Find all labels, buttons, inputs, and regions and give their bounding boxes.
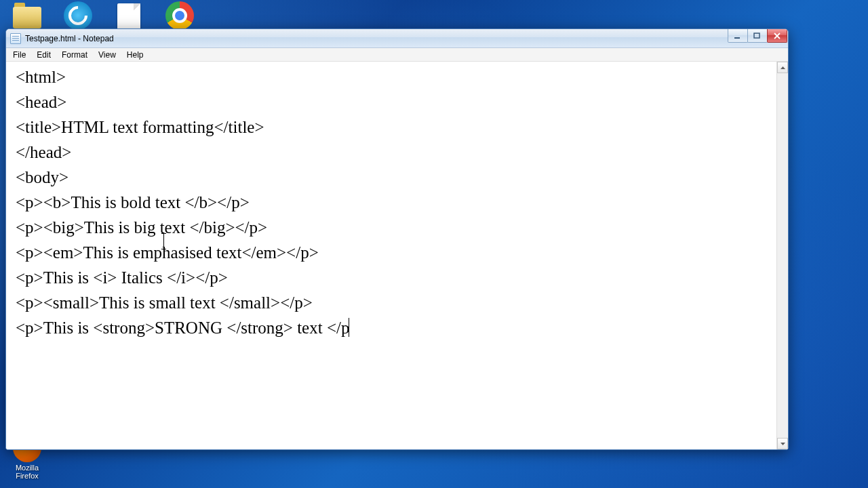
desktop-icon-app[interactable] xyxy=(58,1,98,31)
svg-rect-1 xyxy=(754,33,760,38)
editor-line: <body> xyxy=(16,165,772,190)
minimize-icon xyxy=(734,33,742,39)
chrome-icon xyxy=(165,1,194,30)
window-controls xyxy=(728,29,787,43)
client-area: <html><head><title>HTML text formatting<… xyxy=(6,62,788,449)
close-icon xyxy=(773,33,781,39)
menu-file[interactable]: File xyxy=(7,49,31,61)
maximize-icon xyxy=(753,33,762,39)
desktop[interactable]: Mozilla Firefox Testpage.html - Notepad … xyxy=(0,0,868,488)
desktop-icon-label: Mozilla Firefox xyxy=(7,464,47,480)
menu-help[interactable]: Help xyxy=(121,49,149,61)
editor-line: <html> xyxy=(16,64,772,89)
scroll-down-button[interactable] xyxy=(777,438,788,449)
editor-line: </head> xyxy=(16,140,772,165)
notepad-window: Testpage.html - Notepad File Edit Format… xyxy=(5,28,789,450)
editor-line: <title>HTML text formatting</title> xyxy=(16,115,772,140)
vertical-scrollbar[interactable] xyxy=(776,62,788,449)
desktop-icon-folder[interactable] xyxy=(7,1,47,30)
menubar: File Edit Format View Help xyxy=(6,48,788,62)
maximize-button[interactable] xyxy=(747,29,768,43)
text-caret xyxy=(349,318,349,337)
window-title: Testpage.html - Notepad xyxy=(25,34,114,43)
menu-view[interactable]: View xyxy=(93,49,121,61)
notepad-app-icon xyxy=(10,33,21,44)
editor-line: <p>This is <strong>STRONG </strong> text… xyxy=(16,315,772,340)
titlebar[interactable]: Testpage.html - Notepad xyxy=(6,29,788,48)
mouse-ibeam-cursor xyxy=(163,233,164,249)
menu-format[interactable]: Format xyxy=(56,49,93,61)
scroll-track[interactable] xyxy=(777,73,788,438)
editor-line: <p>This is <i> Italics </i></p> xyxy=(16,265,772,290)
app-icon xyxy=(64,1,92,30)
scroll-up-button[interactable] xyxy=(777,62,788,73)
folder-icon xyxy=(13,7,41,28)
editor-line: <p><big>This is big text </big></p> xyxy=(16,215,772,240)
minimize-button[interactable] xyxy=(728,29,748,43)
editor-line: <head> xyxy=(16,89,772,115)
editor-line: <p><em>This is emphasised text</em></p> xyxy=(16,240,772,265)
chevron-down-icon xyxy=(780,442,786,446)
close-button[interactable] xyxy=(767,29,787,43)
chevron-up-icon xyxy=(780,66,786,70)
document-icon xyxy=(117,3,140,32)
text-editor[interactable]: <html><head><title>HTML text formatting<… xyxy=(6,62,776,449)
svg-rect-0 xyxy=(734,37,740,39)
editor-line: <p><b>This is bold text </b></p> xyxy=(16,190,772,215)
desktop-icon-chrome[interactable] xyxy=(159,1,200,31)
menu-edit[interactable]: Edit xyxy=(31,49,56,61)
editor-line: <p><small>This is small text </small></p… xyxy=(16,290,772,315)
